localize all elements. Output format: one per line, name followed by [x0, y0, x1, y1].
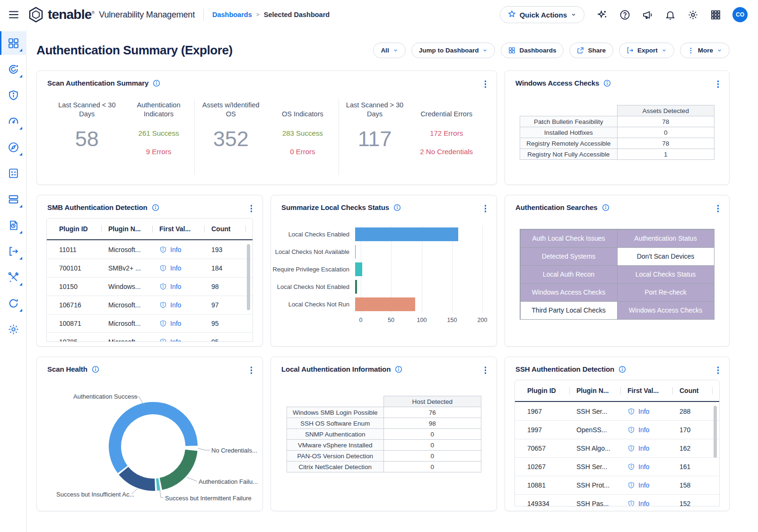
- search-cell[interactable]: Auth Local Check Issues: [520, 229, 618, 248]
- flyout-triangle-icon: [19, 257, 22, 260]
- search-cell[interactable]: Port Re-check: [617, 283, 714, 302]
- quick-actions-button[interactable]: Quick Actions: [500, 6, 584, 23]
- card-summarize-local-checks-status: Summarize Local Checks Status Local Chec…: [270, 195, 497, 347]
- megaphone-icon[interactable]: [642, 9, 653, 20]
- row-label: Citrix NetScaler Detection: [287, 462, 384, 472]
- share-button[interactable]: Share: [569, 43, 613, 58]
- kebab-menu-icon[interactable]: [483, 365, 488, 376]
- metric-sub-value[interactable]: 2 No Credentials: [420, 148, 473, 156]
- sparkle-icon[interactable]: [597, 9, 608, 20]
- search-cell[interactable]: Local Checks Status: [617, 265, 714, 284]
- search-cell[interactable]: Windows Access Checks: [520, 283, 618, 302]
- search-cell[interactable]: Don't Scan Devices: [617, 247, 714, 266]
- info-icon[interactable]: [619, 366, 626, 373]
- jump-to-dashboard-button[interactable]: Jump to Dashboard: [411, 43, 496, 58]
- sidebar-item-export-door[interactable]: [0, 239, 26, 263]
- more-button[interactable]: More: [680, 43, 730, 58]
- info-link[interactable]: Info: [627, 500, 680, 506]
- info-link[interactable]: Info: [627, 426, 680, 434]
- dashboards-button[interactable]: Dashboards: [501, 43, 564, 58]
- kebab-menu-icon[interactable]: [483, 203, 488, 214]
- donut-slice-label: Authentication Success: [73, 393, 137, 400]
- info-link[interactable]: Info: [159, 264, 211, 272]
- sidebar-item-shield-info[interactable]: [0, 83, 26, 107]
- export-button[interactable]: Export: [619, 43, 674, 58]
- count-cell: 98: [211, 283, 253, 290]
- info-link[interactable]: Info: [627, 445, 680, 452]
- info-link[interactable]: Info: [159, 338, 211, 341]
- info-icon[interactable]: [603, 79, 611, 87]
- gear-icon[interactable]: [688, 9, 698, 20]
- table-row: 10267SSH Ser...Info161: [515, 457, 719, 476]
- info-link[interactable]: Info: [627, 463, 680, 471]
- sidebar-item-gauge[interactable]: [0, 109, 26, 133]
- metric-sub-value[interactable]: 172 Errors: [430, 129, 463, 137]
- header-divider: [203, 9, 204, 21]
- metric-sub-value[interactable]: 0 Errors: [290, 148, 315, 156]
- info-icon[interactable]: [152, 204, 159, 211]
- sidebar-item-report[interactable]: [0, 213, 26, 237]
- plugin-id-cell: 1967: [527, 408, 576, 415]
- row-label: Registry Not Fully Accessible: [520, 149, 618, 160]
- sidebar-item-scan[interactable]: [0, 57, 26, 81]
- info-icon[interactable]: [153, 79, 160, 87]
- sidebar-item-refresh[interactable]: [0, 291, 26, 315]
- metric-label: Authentication Indicators: [127, 99, 191, 119]
- tenable-logo-icon[interactable]: [27, 6, 44, 23]
- apps-grid-icon[interactable]: [710, 9, 721, 20]
- scrollbar-thumb[interactable]: [247, 244, 250, 310]
- label-leader-line: [160, 490, 164, 497]
- bar-category-label: Local Checks Enabled: [271, 231, 355, 238]
- row-value: 76: [384, 407, 481, 418]
- metric-sub-value[interactable]: 283 Success: [282, 129, 323, 137]
- plugin-id-cell: 149334: [527, 500, 576, 506]
- sidebar-item-servers[interactable]: [0, 187, 26, 211]
- card-windows-access-checks: Windows Access Checks Assets DetectedPat…: [505, 70, 730, 185]
- info-link[interactable]: Info: [627, 481, 680, 489]
- search-cell[interactable]: Detected Systems: [520, 247, 618, 266]
- plugin-name-cell: SSH Ser...: [576, 408, 627, 415]
- info-link[interactable]: Info: [159, 320, 211, 327]
- search-cell[interactable]: Third Party Local Checks: [520, 301, 618, 320]
- info-icon[interactable]: [602, 204, 610, 211]
- metric-sub-value[interactable]: 9 Errors: [146, 148, 171, 156]
- count-cell: 97: [211, 301, 253, 309]
- info-link[interactable]: Info: [159, 246, 211, 253]
- label-leader-line: [198, 448, 210, 450]
- metric-label: Assets w/Identified OS: [199, 99, 263, 119]
- scrollbar-thumb[interactable]: [714, 406, 717, 458]
- avatar[interactable]: CO: [732, 7, 748, 22]
- metric-sub-value[interactable]: 261 Success: [139, 129, 179, 137]
- sidebar-item-settings[interactable]: [0, 317, 26, 341]
- info-link[interactable]: Info: [159, 301, 211, 309]
- bell-icon[interactable]: [665, 9, 676, 20]
- donut-slice-label: No Credentials...: [211, 447, 257, 454]
- column-header: Plugin ID: [527, 387, 576, 394]
- scan-health-donut-chart: Authentication SuccessNo Credentials...A…: [37, 357, 262, 511]
- sidebar-item-tools[interactable]: [0, 265, 26, 289]
- info-link[interactable]: Info: [159, 283, 211, 290]
- card-local-authentication-information: Local Authentication Information Host De…: [270, 357, 497, 511]
- breadcrumb-dashboards-link[interactable]: Dashboards: [212, 11, 252, 18]
- info-link[interactable]: Info: [627, 408, 680, 415]
- count-cell: 158: [680, 481, 719, 489]
- kebab-menu-icon[interactable]: [715, 203, 721, 214]
- info-icon[interactable]: [395, 366, 402, 373]
- filter-all-button[interactable]: All: [373, 43, 405, 58]
- sidebar-item-dashboards-grid[interactable]: [0, 31, 26, 55]
- hamburger-menu-icon[interactable]: [8, 9, 20, 21]
- search-cell[interactable]: Local Auth Recon: [520, 265, 618, 284]
- sidebar-item-checklist[interactable]: [0, 161, 26, 185]
- kebab-menu-icon[interactable]: [715, 365, 721, 376]
- search-cell[interactable]: Authentication Status: [617, 229, 714, 248]
- kebab-menu-icon[interactable]: [483, 78, 488, 90]
- info-icon[interactable]: [393, 204, 401, 211]
- help-icon[interactable]: [619, 9, 630, 20]
- kebab-menu-icon[interactable]: [249, 203, 254, 214]
- card-authentication-searches: Authentication Searches Auth Local Check…: [505, 195, 730, 347]
- plugin-id-cell: 11011: [59, 246, 108, 253]
- kebab-menu-icon[interactable]: [715, 78, 721, 90]
- sidebar-item-compass[interactable]: [0, 135, 26, 159]
- count-cell: 193: [211, 246, 253, 253]
- search-cell[interactable]: Windows Access Checks: [617, 301, 714, 320]
